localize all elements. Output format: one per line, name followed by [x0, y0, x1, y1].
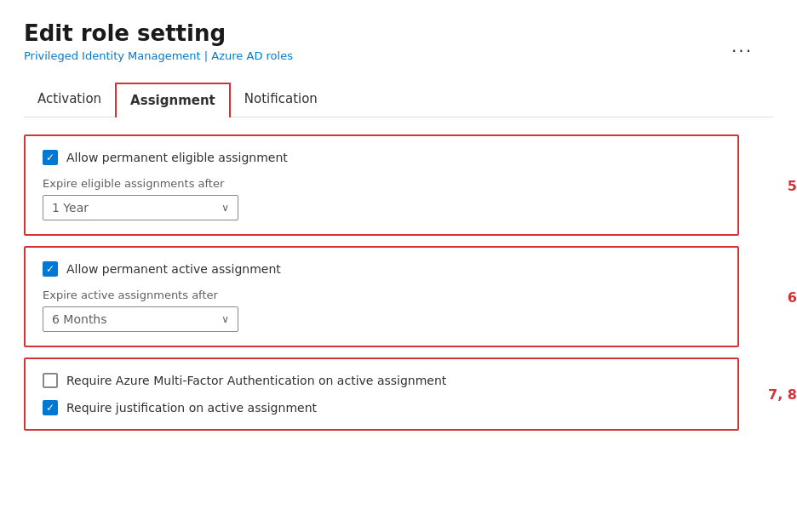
- expire-active-value: 6 Months: [52, 312, 107, 326]
- section-6-wrapper: ✓ Allow permanent active assignment Expi…: [24, 246, 773, 347]
- allow-permanent-active-label: Allow permanent active assignment: [66, 262, 281, 276]
- breadcrumb: Privileged Identity Management | Azure A…: [24, 49, 773, 62]
- allow-permanent-eligible-label: Allow permanent eligible assignment: [66, 151, 288, 164]
- expire-active-dropdown[interactable]: 6 Months ∨: [43, 306, 238, 332]
- chevron-down-icon: ∨: [221, 202, 229, 214]
- allow-permanent-active-row: ✓ Allow permanent active assignment: [43, 261, 720, 277]
- section-78-number: 7, 8: [768, 386, 797, 403]
- tab-assignment[interactable]: Assignment: [115, 83, 231, 117]
- require-mfa-row: Require Azure Multi-Factor Authenticatio…: [43, 373, 720, 388]
- require-mfa-checkbox[interactable]: [43, 373, 58, 388]
- tab-notification[interactable]: Notification: [231, 83, 331, 117]
- section-6-number: 6: [788, 289, 797, 305]
- checkmark-icon: ✓: [46, 264, 54, 274]
- allow-permanent-eligible-checkbox[interactable]: ✓: [43, 150, 58, 165]
- section-6-box: ✓ Allow permanent active assignment Expi…: [24, 246, 739, 347]
- section-5-number: 5: [788, 177, 797, 193]
- expire-eligible-dropdown[interactable]: 1 Year ∨: [43, 195, 238, 220]
- allow-permanent-active-checkbox[interactable]: ✓: [43, 261, 58, 277]
- section-78-wrapper: Require Azure Multi-Factor Authenticatio…: [24, 358, 773, 431]
- require-justification-label: Require justification on active assignme…: [66, 401, 317, 415]
- require-justification-checkbox[interactable]: ✓: [43, 400, 58, 415]
- section-78-box: Require Azure Multi-Factor Authenticatio…: [24, 358, 739, 431]
- more-options-icon[interactable]: ···: [731, 41, 753, 61]
- require-mfa-label: Require Azure Multi-Factor Authenticatio…: [66, 374, 446, 387]
- tabs-container: Activation Assignment Notification: [24, 83, 773, 117]
- require-justification-row: ✓ Require justification on active assign…: [43, 400, 720, 415]
- section-5-box: ✓ Allow permanent eligible assignment Ex…: [24, 134, 739, 236]
- checkmark-icon: ✓: [46, 152, 54, 163]
- tab-activation[interactable]: Activation: [24, 83, 115, 117]
- checkmark-icon: ✓: [46, 403, 54, 413]
- expire-active-label: Expire active assignments after: [43, 289, 720, 301]
- page-title: Edit role setting: [24, 20, 773, 46]
- expire-eligible-label: Expire eligible assignments after: [43, 177, 720, 190]
- chevron-down-icon: ∨: [221, 313, 229, 325]
- section-5-wrapper: ✓ Allow permanent eligible assignment Ex…: [24, 134, 773, 236]
- expire-eligible-value: 1 Year: [52, 201, 89, 215]
- allow-permanent-eligible-row: ✓ Allow permanent eligible assignment: [43, 150, 720, 165]
